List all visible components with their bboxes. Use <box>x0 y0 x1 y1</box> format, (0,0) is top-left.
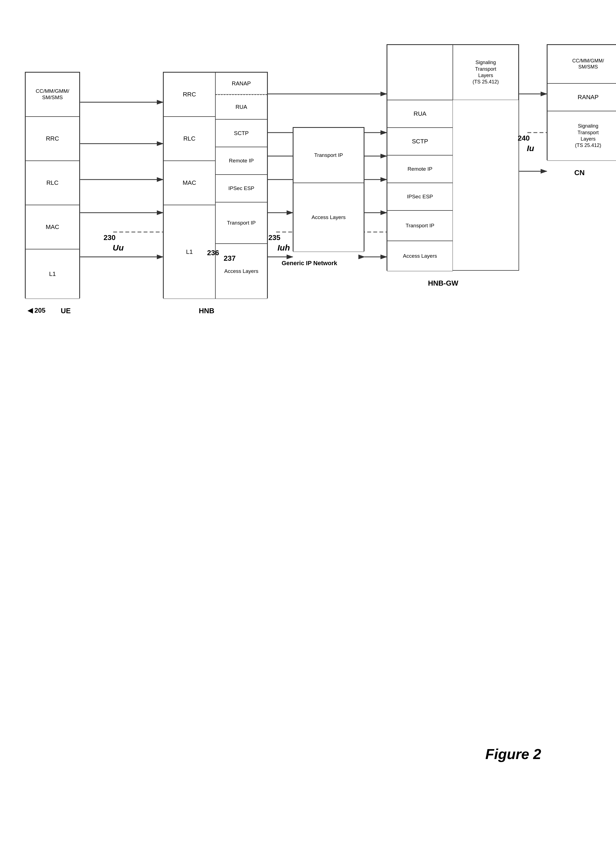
hnb-access-layer: Access Layers <box>215 244 267 299</box>
hnbgw-node: SignalingTransportLayers(TS 25.412) RUA … <box>387 44 519 271</box>
iuh-number: 235 <box>269 233 280 242</box>
cn-ranap-layer: RANAP <box>547 83 616 111</box>
cn-node: CC/MM/GMM/SM/SMS RANAP SignalingTranspor… <box>547 44 616 160</box>
cn-cc-layer: CC/MM/GMM/SM/SMS <box>547 45 616 83</box>
arrow-236-label: 236 <box>207 249 219 257</box>
ue-rrc-layer: RRC <box>25 116 80 161</box>
ue-number: ◀ 205 <box>28 307 46 314</box>
figure-title: Figure 2 <box>486 746 541 762</box>
ue-cc-layer: CC/MM/GMM/SM/SMS <box>25 72 80 116</box>
hnbgw-access-layer: Access Layers <box>387 241 453 271</box>
cn-label: CN <box>574 168 585 177</box>
hnb-rua-layer: RUA <box>215 94 267 119</box>
hnbgw-label: HNB-GW <box>428 279 458 288</box>
hnbgw-signaling-top: SignalingTransportLayers(TS 25.412) <box>453 45 519 100</box>
hnbgw-ipsec-layer: IPSec ESP <box>387 183 453 211</box>
generic-ip-label: Generic IP Network <box>281 260 337 267</box>
arrow-237-label: 237 <box>224 254 236 263</box>
ue-rlc-layer: RLC <box>25 161 80 205</box>
hnb-rlc-layer: RLC <box>163 116 215 161</box>
hnb-remoteip-layer: Remote IP <box>215 147 267 175</box>
ue-node: CC/MM/GMM/SM/SMS RRC RLC MAC L1 <box>25 72 80 298</box>
hnb-transportip-layer: Transport IP <box>215 202 267 244</box>
uu-interface-label: Uu <box>113 243 124 252</box>
hnbgw-remoteip-layer: Remote IP <box>387 155 453 183</box>
hnb-mac-layer: MAC <box>163 161 215 205</box>
hnbgw-rua-layer: RUA <box>387 100 453 127</box>
cn-signaling-layer: SignalingTransportLayers(TS 25.412) <box>547 111 616 161</box>
diagram: CC/MM/GMM/SM/SMS RRC RLC MAC L1 UE ◀ 205… <box>17 17 596 818</box>
hnb-sctp-layer: SCTP <box>215 119 267 147</box>
iu-interface-label: Iu <box>527 144 534 153</box>
hnb-node: RRC RLC MAC L1 RANAP RUA SCTP Remote IP … <box>163 72 268 298</box>
ip-access-layer: Access Layers <box>293 183 364 252</box>
generic-ip-node: Transport IP Access Layers <box>293 127 365 251</box>
uu-number: 230 <box>104 233 115 242</box>
iuh-interface-label: Iuh <box>278 243 290 252</box>
hnb-rrc-layer: RRC <box>163 72 215 116</box>
hnbgw-sctp-layer: SCTP <box>387 127 453 155</box>
hnb-label: HNB <box>199 307 214 315</box>
hnb-ipsec-layer: IPSec ESP <box>215 175 267 202</box>
ue-l1-layer: L1 <box>25 249 80 299</box>
ip-transportip-layer: Transport IP <box>293 127 364 183</box>
iu-number: 240 <box>518 134 530 143</box>
ue-mac-layer: MAC <box>25 205 80 249</box>
hnbgw-transportip-layer: Transport IP <box>387 211 453 241</box>
hnbgw-triangle-area <box>387 45 453 100</box>
hnb-ranap-layer: RANAP <box>215 72 267 94</box>
ue-label: UE <box>61 307 71 315</box>
